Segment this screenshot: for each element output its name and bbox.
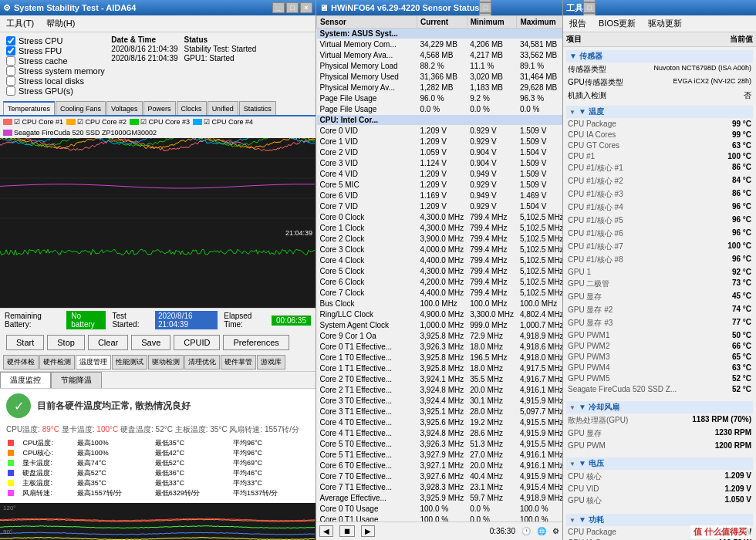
table-row[interactable]: Core 4 Clock4,400.0 MHz799.4 MHz5,102.5 … [317, 255, 563, 266]
table-row[interactable]: Core 5 Clock4,300.0 MHz799.4 MHz5,102.5 … [317, 266, 563, 277]
energy-tab[interactable]: 节能降温 [51, 372, 102, 388]
cpuid-btn[interactable]: CPUID [174, 335, 220, 350]
cell-max: 1,000.7 MHz [517, 320, 562, 331]
checkbox-2[interactable] [6, 56, 15, 66]
table-row[interactable]: Core 1 Clock4,300.0 MHz799.4 MHz5,102.5 … [317, 223, 563, 234]
table-row[interactable]: Core 9 Cor 1 Oa3,925.8 MHz72.9 MHz4,918.… [317, 331, 563, 342]
hwinfo-stop-btn[interactable]: ⏹ [339, 525, 355, 537]
table-row[interactable]: Physical Memory Load88.2 %11.1 %89.1 %27… [317, 61, 563, 72]
aida-minimize-btn[interactable]: _ [272, 2, 285, 13]
tab-unified[interactable]: Unified [208, 101, 238, 115]
table-row[interactable]: Core 2 Clock3,900.0 MHz799.4 MHz5,102.5 … [317, 234, 563, 245]
volt-val-2: 1.050 V [705, 495, 751, 506]
table-row[interactable]: Core 2 VID1.059 V0.904 V1.504 V1.248 V [317, 147, 563, 158]
sub-tab-perf[interactable]: 性能测试 [112, 355, 147, 370]
table-row[interactable]: Core 4 VID1.209 V0.949 V1.509 V1.249 V [317, 169, 563, 180]
table-row[interactable]: Physical Memory Used31,366 MB3,020 MB31,… [317, 72, 563, 83]
temp-name-3: CPU #1 [568, 152, 705, 160]
sub-tab-driver[interactable]: 驱动检测 [148, 355, 184, 370]
table-row[interactable]: Core 7 Clock4,400.0 MHz799.4 MHz5,102.5 … [317, 288, 563, 299]
table-row[interactable]: Core 1 T1 Effective...3,925.8 MHz18.0 MH… [317, 363, 563, 374]
table-row[interactable]: Page File Usage0.0 %0.0 %0.0 %0.0 % [317, 104, 563, 115]
table-row[interactable]: Bus Clock100.0 MHz100.0 MHz100.0 MHz100.… [317, 299, 563, 309]
table-row[interactable]: Core 4 T0 Effective...3,925.6 MHz19.2 MH… [317, 417, 563, 428]
sub-tab-temp[interactable]: 温度管理 [76, 355, 111, 370]
table-row[interactable]: Core 6 T0 Effective...3,927.1 MHz20.0 MH… [317, 461, 563, 471]
menu-tools[interactable]: 工具(T) [3, 17, 37, 30]
table-row[interactable]: Core 3 T1 Effective...3,925.1 MHz28.0 MH… [317, 407, 563, 417]
table-row[interactable]: Core 0 VID1.209 V0.929 V1.509 V1.253 V [317, 126, 563, 137]
save-btn[interactable]: Save [131, 335, 170, 350]
sub-tab-games[interactable]: 游戏库 [257, 355, 285, 370]
table-row[interactable]: Page File Usage96.0 %9.2 %96.3 %25.1 % [317, 93, 563, 104]
tab-powers[interactable]: Powers [143, 101, 176, 115]
table-row[interactable]: Virtual Memory Ava...4,568 MB4,217 MB33,… [317, 50, 563, 61]
table-row[interactable]: Core 1 T0 Effective...3,925.8 MHz196.5 M… [317, 353, 563, 363]
checkbox-3[interactable] [6, 66, 15, 76]
table-row[interactable]: Core 1 VID1.209 V0.929 V1.509 V1.252 V [317, 137, 563, 147]
col-minimum: Minimum [467, 16, 517, 29]
table-row[interactable]: Core 3 VID1.124 V0.904 V1.509 V1.247 V [317, 158, 563, 169]
right-maximize-btn[interactable]: □ [583, 2, 596, 13]
checkbox-0[interactable] [6, 36, 15, 46]
right-report-btn[interactable]: 报告 [566, 17, 589, 30]
cell-current: 3,924.1 MHz [417, 374, 467, 385]
temp-section-tabs: 温度监控 节能降温 [0, 372, 316, 389]
table-row[interactable]: Average Effective...3,925.9 MHz59.7 MHz4… [317, 493, 563, 504]
table-row[interactable]: Core 2 T1 Effective...3,924.8 MHz20.0 MH… [317, 385, 563, 396]
table-row[interactable]: Core 0 Clock4,300.0 MHz799.4 MHz5,102.5 … [317, 212, 563, 223]
tab-clocks[interactable]: Clocks [177, 101, 207, 115]
hwinfo-prev-btn[interactable]: ◀ [319, 525, 333, 537]
table-row[interactable]: Core 5 T0 Effective...3,926.3 MHz51.3 MH… [317, 439, 563, 450]
table-row[interactable]: Core 3 Clock4,000.0 MHz799.4 MHz5,102.5 … [317, 245, 563, 255]
clear-btn[interactable]: Clear [88, 335, 128, 350]
tab-cooling[interactable]: Cooling Fans [56, 101, 106, 115]
sub-tab-manage[interactable]: 硬件掌管 [221, 355, 256, 370]
preferences-btn[interactable]: Preferences [223, 335, 289, 350]
legend-color-ssd [3, 130, 12, 136]
table-row[interactable]: Core 5 MIC1.209 V0.929 V1.509 V1.250 V [317, 180, 563, 191]
table-row[interactable]: Core 0 T1 Usage100.0 %0.0 %100.0 %21.8 % [317, 515, 563, 522]
table-row[interactable]: Core 0 T0 Usage100.0 %0.0 %100.0 %24.7 % [317, 504, 563, 515]
table-row[interactable]: Virtual Memory Com...34,229 MB4,206 MB34… [317, 39, 563, 50]
table-row[interactable]: Physical Memory Av...1,282 MB1,183 MB29,… [317, 83, 563, 93]
tab-voltages[interactable]: Voltages [106, 101, 143, 115]
stat-row-5: 风扇转速: 最高1557转/分 最低6329转/分 平均1537转/分 [6, 488, 309, 498]
tab-statistics[interactable]: Statistics [239, 101, 276, 115]
cell-max: 1.504 V [517, 201, 562, 212]
sub-tab-hw2[interactable]: 硬件检测 [39, 355, 75, 370]
temp-monitor-tab[interactable]: 温度监控 [0, 372, 51, 388]
table-row[interactable]: Core 7 VID1.209 V0.929 V1.504 V1.255 V [317, 201, 563, 212]
aida-close-btn[interactable]: × [300, 2, 312, 13]
table-row[interactable]: Core 4 T1 Effective...3,924.8 MHz28.6 MH… [317, 428, 563, 439]
menu-help[interactable]: 帮助(H) [43, 17, 78, 30]
table-row[interactable]: Core 6 VID1.169 V0.949 V1.469 V1.253 V [317, 191, 563, 201]
temp-val-8: 96 °C [705, 215, 751, 226]
checkbox-5[interactable] [6, 86, 15, 96]
hwinfo-next-btn[interactable]: ▶ [361, 525, 375, 537]
hwinfo-maximize-btn[interactable]: □ [479, 2, 491, 13]
aida-maximize-btn[interactable]: □ [286, 2, 299, 13]
table-row[interactable]: Core 2 T0 Effective...3,924.1 MHz35.5 MH… [317, 374, 563, 385]
right-driver-btn[interactable]: 驱动更新 [645, 17, 685, 30]
table-row[interactable]: System Agent Clock1,000.0 MHz999.0 MHz1,… [317, 320, 563, 331]
sub-tab-clean[interactable]: 清理优化 [184, 355, 220, 370]
temp-val-3: 100 °C [705, 152, 751, 160]
cell-min: 28.0 MHz [467, 407, 517, 417]
checkbox-1[interactable] [6, 46, 15, 56]
start-btn[interactable]: Start [6, 335, 44, 350]
right-bios-btn[interactable]: BIOS更新 [596, 17, 639, 30]
table-row[interactable]: Core 5 T1 Effective...3,927.9 MHz27.0 MH… [317, 450, 563, 461]
table-row[interactable]: Core 7 T0 Effective...3,927.6 MHz40.4 MH… [317, 471, 563, 482]
gpu-sensor-label: GPU传感器类型 [568, 77, 623, 88]
table-row[interactable]: Core 3 T0 Effective...3,924.4 MHz30.1 MH… [317, 396, 563, 407]
table-row[interactable]: Core 7 T1 Effective...3,928.3 MHz23.1 MH… [317, 482, 563, 493]
sub-tab-hw1[interactable]: 硬件体检 [3, 355, 39, 370]
table-row[interactable]: Ring/LLC Clock4,900.0 MHz3,300.0 MHz4,80… [317, 309, 563, 320]
tab-temperatures[interactable]: Temperatures [3, 101, 55, 115]
main-tabs: Temperatures Cooling Fans Voltages Power… [0, 100, 316, 116]
table-row[interactable]: Core 0 T1 Effective...3,926.3 MHz18.0 MH… [317, 342, 563, 353]
checkbox-4[interactable] [6, 76, 15, 86]
stop-btn[interactable]: Stop [47, 335, 85, 350]
table-row[interactable]: Core 6 Clock4,200.0 MHz799.4 MHz5,102.5 … [317, 277, 563, 288]
